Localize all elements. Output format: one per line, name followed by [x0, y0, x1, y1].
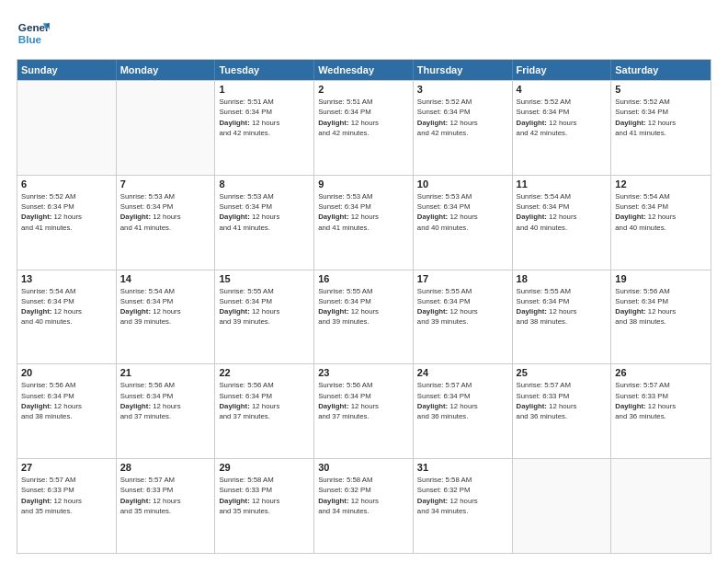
day-info: Sunrise: 5:56 AMSunset: 6:34 PMDaylight:… [615, 286, 707, 327]
cal-day-17: 17Sunrise: 5:55 AMSunset: 6:34 PMDayligh… [414, 270, 513, 364]
day-number: 13 [21, 273, 112, 284]
calendar-header-row: SundayMondayTuesdayWednesdayThursdayFrid… [17, 60, 711, 80]
day-number: 5 [615, 84, 707, 95]
day-info: Sunrise: 5:57 AMSunset: 6:33 PMDaylight:… [615, 380, 707, 421]
day-number: 23 [318, 367, 409, 378]
day-number: 17 [417, 273, 508, 284]
cal-day-26: 26Sunrise: 5:57 AMSunset: 6:33 PMDayligh… [611, 364, 711, 458]
day-number: 14 [120, 273, 211, 284]
day-info: Sunrise: 5:54 AMSunset: 6:34 PMDaylight:… [21, 286, 112, 327]
cal-day-14: 14Sunrise: 5:54 AMSunset: 6:34 PMDayligh… [117, 270, 216, 364]
day-info: Sunrise: 5:53 AMSunset: 6:34 PMDaylight:… [318, 191, 409, 233]
day-info: Sunrise: 5:58 AMSunset: 6:32 PMDaylight:… [417, 475, 508, 516]
day-number: 1 [219, 84, 310, 95]
cal-day-10: 10Sunrise: 5:53 AMSunset: 6:34 PMDayligh… [414, 176, 513, 270]
day-number: 2 [318, 84, 409, 95]
day-info: Sunrise: 5:53 AMSunset: 6:34 PMDaylight:… [417, 191, 508, 233]
cal-day-13: 13Sunrise: 5:54 AMSunset: 6:34 PMDayligh… [17, 270, 117, 364]
logo-icon: General Blue [17, 17, 50, 50]
day-info: Sunrise: 5:56 AMSunset: 6:34 PMDaylight:… [120, 380, 211, 421]
day-number: 30 [318, 462, 409, 473]
cal-header-monday: Monday [117, 60, 216, 80]
day-info: Sunrise: 5:52 AMSunset: 6:34 PMDaylight:… [417, 97, 508, 138]
day-number: 4 [517, 84, 608, 95]
logo: General Blue [17, 17, 53, 50]
cal-day-23: 23Sunrise: 5:56 AMSunset: 6:34 PMDayligh… [314, 364, 414, 458]
day-number: 19 [615, 273, 707, 284]
day-info: Sunrise: 5:56 AMSunset: 6:34 PMDaylight:… [219, 380, 310, 421]
day-number: 16 [318, 273, 409, 284]
cal-header-thursday: Thursday [414, 60, 513, 80]
cal-week-row-2: 6Sunrise: 5:52 AMSunset: 6:34 PMDaylight… [17, 175, 711, 270]
day-number: 26 [615, 367, 707, 378]
cal-day-28: 28Sunrise: 5:57 AMSunset: 6:33 PMDayligh… [117, 459, 216, 553]
day-number: 24 [417, 367, 508, 378]
cal-day-9: 9Sunrise: 5:53 AMSunset: 6:34 PMDaylight… [314, 176, 414, 270]
day-info: Sunrise: 5:53 AMSunset: 6:34 PMDaylight:… [120, 191, 211, 233]
cal-header-wednesday: Wednesday [314, 60, 414, 80]
cal-day-20: 20Sunrise: 5:56 AMSunset: 6:34 PMDayligh… [17, 364, 117, 458]
day-number: 11 [517, 178, 608, 190]
day-info: Sunrise: 5:55 AMSunset: 6:34 PMDaylight:… [517, 286, 608, 327]
day-info: Sunrise: 5:58 AMSunset: 6:33 PMDaylight:… [219, 475, 310, 516]
cal-week-row-5: 27Sunrise: 5:57 AMSunset: 6:33 PMDayligh… [17, 458, 711, 553]
day-number: 31 [417, 462, 508, 473]
day-number: 10 [417, 178, 508, 190]
cal-day-3: 3Sunrise: 5:52 AMSunset: 6:34 PMDaylight… [414, 81, 513, 175]
cal-day-19: 19Sunrise: 5:56 AMSunset: 6:34 PMDayligh… [611, 270, 711, 364]
cal-day-21: 21Sunrise: 5:56 AMSunset: 6:34 PMDayligh… [117, 364, 216, 458]
calendar: SundayMondayTuesdayWednesdayThursdayFrid… [17, 59, 711, 554]
day-info: Sunrise: 5:57 AMSunset: 6:33 PMDaylight:… [21, 475, 112, 516]
cal-header-sunday: Sunday [17, 60, 117, 80]
day-info: Sunrise: 5:52 AMSunset: 6:34 PMDaylight:… [615, 97, 707, 138]
day-number: 12 [615, 178, 707, 190]
day-number: 9 [318, 178, 409, 190]
day-info: Sunrise: 5:57 AMSunset: 6:33 PMDaylight:… [517, 380, 608, 421]
svg-text:Blue: Blue [18, 33, 42, 45]
day-info: Sunrise: 5:51 AMSunset: 6:34 PMDaylight:… [219, 97, 310, 138]
day-info: Sunrise: 5:56 AMSunset: 6:34 PMDaylight:… [21, 380, 112, 421]
cal-day-5: 5Sunrise: 5:52 AMSunset: 6:34 PMDaylight… [611, 81, 711, 175]
page: General Blue SundayMondayTuesdayWednesda… [0, 0, 728, 563]
day-number: 8 [219, 178, 310, 190]
day-info: Sunrise: 5:54 AMSunset: 6:34 PMDaylight:… [615, 191, 707, 233]
cal-day-2: 2Sunrise: 5:51 AMSunset: 6:34 PMDaylight… [314, 81, 414, 175]
header: General Blue [17, 17, 711, 50]
cal-week-row-1: 1Sunrise: 5:51 AMSunset: 6:34 PMDaylight… [17, 80, 711, 175]
day-number: 21 [120, 367, 211, 378]
day-number: 3 [417, 84, 508, 95]
cal-day-empty [611, 459, 711, 553]
cal-day-11: 11Sunrise: 5:54 AMSunset: 6:34 PMDayligh… [513, 176, 612, 270]
cal-day-27: 27Sunrise: 5:57 AMSunset: 6:33 PMDayligh… [17, 459, 117, 553]
day-info: Sunrise: 5:54 AMSunset: 6:34 PMDaylight:… [120, 286, 211, 327]
cal-day-empty [117, 81, 216, 175]
day-number: 27 [21, 462, 112, 473]
day-number: 15 [219, 273, 310, 284]
day-info: Sunrise: 5:55 AMSunset: 6:34 PMDaylight:… [219, 286, 310, 327]
day-number: 20 [21, 367, 112, 378]
day-info: Sunrise: 5:51 AMSunset: 6:34 PMDaylight:… [318, 97, 409, 138]
day-info: Sunrise: 5:55 AMSunset: 6:34 PMDaylight:… [417, 286, 508, 327]
cal-day-16: 16Sunrise: 5:55 AMSunset: 6:34 PMDayligh… [314, 270, 414, 364]
day-info: Sunrise: 5:53 AMSunset: 6:34 PMDaylight:… [219, 191, 310, 233]
day-info: Sunrise: 5:57 AMSunset: 6:33 PMDaylight:… [120, 475, 211, 516]
day-number: 28 [120, 462, 211, 473]
cal-day-empty [513, 459, 612, 553]
calendar-body: 1Sunrise: 5:51 AMSunset: 6:34 PMDaylight… [17, 80, 711, 553]
cal-day-18: 18Sunrise: 5:55 AMSunset: 6:34 PMDayligh… [513, 270, 612, 364]
cal-day-30: 30Sunrise: 5:58 AMSunset: 6:32 PMDayligh… [314, 459, 414, 553]
day-info: Sunrise: 5:57 AMSunset: 6:34 PMDaylight:… [417, 380, 508, 421]
cal-week-row-3: 13Sunrise: 5:54 AMSunset: 6:34 PMDayligh… [17, 270, 711, 364]
day-number: 18 [517, 273, 608, 284]
day-info: Sunrise: 5:56 AMSunset: 6:34 PMDaylight:… [318, 380, 409, 421]
cal-day-1: 1Sunrise: 5:51 AMSunset: 6:34 PMDaylight… [215, 81, 314, 175]
cal-day-24: 24Sunrise: 5:57 AMSunset: 6:34 PMDayligh… [414, 364, 513, 458]
cal-day-15: 15Sunrise: 5:55 AMSunset: 6:34 PMDayligh… [215, 270, 314, 364]
cal-header-tuesday: Tuesday [215, 60, 314, 80]
day-info: Sunrise: 5:55 AMSunset: 6:34 PMDaylight:… [318, 286, 409, 327]
day-number: 6 [21, 178, 112, 190]
cal-day-22: 22Sunrise: 5:56 AMSunset: 6:34 PMDayligh… [215, 364, 314, 458]
cal-day-8: 8Sunrise: 5:53 AMSunset: 6:34 PMDaylight… [215, 176, 314, 270]
day-info: Sunrise: 5:52 AMSunset: 6:34 PMDaylight:… [21, 191, 112, 233]
day-number: 22 [219, 367, 310, 378]
